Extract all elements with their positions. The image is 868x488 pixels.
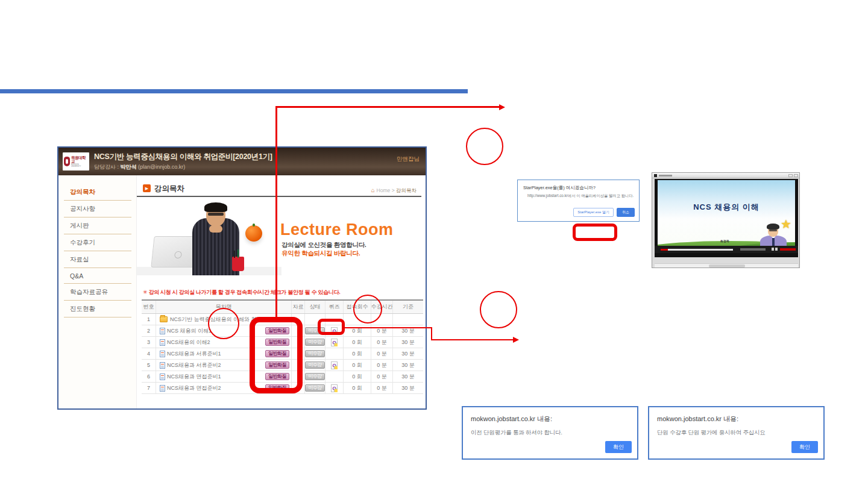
status-badge: 미수강	[305, 361, 325, 369]
sidebar-item[interactable]: 강의목차	[64, 184, 131, 201]
banner-title: Lecture Room	[280, 221, 394, 239]
table-cell	[292, 371, 305, 382]
sidebar-item[interactable]: 공지사항	[64, 201, 131, 217]
starplayer-cancel-button[interactable]: 취소	[617, 208, 635, 217]
alert-message: 이전 단원평가를 통과 하셔야 합니다.	[471, 429, 562, 437]
alert-origin: mokwon.jobstart.co.kr 내용:	[657, 414, 738, 424]
starplayer-dialog-title: StarPlayer.exe을(를) 여시겠습니까?	[523, 185, 596, 191]
orange-fruit-image	[245, 225, 262, 242]
sidebar-item[interactable]: 게시판	[64, 217, 131, 234]
starplayer-dialog-body: http://www.jobstart.co.kr에서 이 애플리케이션을 열려…	[527, 193, 634, 199]
lecture-notice: ✳ 강의 시청 시 강의실 나가기를 할 경우 접속회수/시간 체크가 불안정 …	[143, 289, 340, 296]
table-cell: 미수강	[305, 325, 326, 336]
table-cell: 0 분	[371, 360, 393, 371]
lms-header: 목원대학교 MOKWON UNIVERSITY NCS기반 능력중심채용의 이해…	[58, 148, 426, 175]
status-badge: 미수강	[305, 339, 325, 346]
starplayer-dialog: StarPlayer.exe을(를) 여시겠습니까? http://www.jo…	[517, 180, 640, 222]
player-buttons[interactable]	[772, 248, 774, 251]
alert-ok-button[interactable]: 확인	[605, 441, 632, 453]
quality-button[interactable]: 일반화질	[265, 350, 289, 358]
progress-fill	[661, 249, 668, 251]
course-title: NCS기반 능력중심채용의 이해와 취업준비[2020년1기]	[94, 152, 272, 162]
document-icon	[160, 374, 165, 380]
alert-ok-button[interactable]: 확인	[791, 441, 818, 453]
lms-main: ▶ 강의목차 ⌂ Home > 강의목차	[137, 175, 426, 408]
lecture-title-link[interactable]: NCS채용과 서류준비1	[167, 350, 221, 358]
page-title-row: ▶ 강의목차 ⌂ Home > 강의목차	[137, 181, 421, 197]
table-cell	[292, 325, 305, 336]
quality-button[interactable]: 일반화질	[265, 384, 289, 392]
close-icon[interactable]	[794, 174, 798, 177]
sidebar-item[interactable]: 수강후기	[64, 234, 131, 251]
minimize-icon[interactable]	[788, 174, 793, 177]
table-cell	[393, 314, 423, 325]
annotation-arrow2-head	[513, 337, 519, 343]
table-cell	[292, 360, 305, 371]
banner-welcome-line2: 유익한 학습되시길 바랍니다.	[281, 249, 360, 258]
quality-button[interactable]: 일반화질	[265, 327, 289, 335]
folder-title[interactable]: NCS기반 능력중심채용의 이해와 취업준비	[170, 316, 273, 324]
table-cell: 1	[142, 314, 156, 325]
lecture-title-link[interactable]: NCS채용과 면접준비2	[167, 384, 221, 392]
player-controls-bar	[655, 246, 798, 253]
quiz-icon[interactable]: Q	[331, 327, 338, 335]
breadcrumb-current: 강의목차	[396, 187, 417, 193]
progress-bar[interactable]	[661, 249, 733, 251]
lecture-room-banner: Lecture Room 강의실에 오신것을 환영합니다. 유익한 학습되시길 …	[137, 201, 421, 275]
status-badge: 미수강	[305, 350, 325, 358]
logged-in-user[interactable]: 민앤잡님	[397, 155, 420, 163]
quiz-icon[interactable]: Q	[331, 339, 338, 346]
table-cell: NCS채용의 이해2일반화질	[156, 337, 292, 348]
table-row: 번호목차명자료상태퀴즈접속회수수강시간기준	[142, 301, 423, 314]
quality-button[interactable]: 일반화질	[265, 339, 289, 346]
university-logo: 목원대학교 MOKWON UNIVERSITY	[63, 152, 89, 170]
banner-welcome-line1: 강의실에 오신것을 환영합니다.	[281, 241, 366, 249]
table-row: 4NCS채용과 서류준비1일반화질미수강0 회0 분30 분	[142, 348, 423, 360]
quiz-icon[interactable]: Q	[331, 384, 338, 392]
lecture-title-link[interactable]: NCS 채용의 이해1	[167, 327, 212, 335]
table-cell: 0 분	[371, 371, 393, 382]
table-cell: NCS채용과 면접준비2일반화질	[156, 383, 292, 393]
alert-dialog-right: mokwon.jobstart.co.kr 내용: 단원 수강후 단원 평가에 …	[648, 406, 825, 460]
table-cell: 0 회	[344, 383, 371, 393]
lms-window: 목원대학교 MOKWON UNIVERSITY NCS기반 능력중심채용의 이해…	[57, 146, 427, 410]
quality-button[interactable]: 일반화질	[265, 373, 289, 381]
status-badge: 미수강	[305, 373, 325, 381]
sidebar-item[interactable]: 자료실	[64, 251, 131, 268]
table-row: 5NCS채용과 서류준비2일반화질미수강Q0 회0 분30 분	[142, 360, 423, 371]
table-cell	[292, 348, 305, 359]
sidebar-item[interactable]: 학습자료공유	[64, 284, 131, 301]
table-cell	[292, 314, 305, 325]
lecture-title-link[interactable]: NCS채용과 서류준비2	[167, 361, 221, 369]
table-cell	[326, 348, 344, 359]
quiz-icon[interactable]: Q	[331, 361, 338, 369]
table-header-cell: 수강시간	[371, 301, 393, 313]
breadcrumb-home[interactable]: Home	[377, 187, 391, 193]
scrollbar-thumb[interactable]	[709, 264, 745, 267]
table-header-cell: 상태	[305, 301, 326, 313]
volume-bar[interactable]	[780, 248, 796, 251]
annotation-arrow1-head	[499, 104, 505, 110]
glasses-icon	[208, 213, 224, 216]
table-cell: 0 분	[371, 348, 393, 359]
lecture-title-link[interactable]: NCS채용과 면접준비1	[167, 373, 221, 381]
table-cell	[292, 383, 305, 393]
sidebar-item[interactable]: 진도현황	[64, 301, 131, 318]
window-controls[interactable]	[788, 174, 798, 177]
lecture-title-link[interactable]: NCS채용의 이해2	[167, 339, 210, 346]
table-header-cell: 자료	[292, 301, 305, 313]
instructor-info: 담당강사 : 박만석 (plan@innjob.co.kr)	[94, 163, 185, 171]
instructor-label: 담당강사 :	[94, 164, 121, 170]
video-player-titlebar[interactable]	[652, 173, 799, 178]
video-content[interactable]: NCS 채용의 이해 최정욱 ★	[658, 180, 795, 251]
table-header-cell: 목차명	[156, 301, 292, 313]
quality-button[interactable]: 일반화질	[265, 361, 289, 369]
status-badge: 미수강	[305, 327, 325, 335]
document-icon	[160, 328, 165, 334]
starplayer-open-button[interactable]: StarPlayer.exe 열기	[573, 208, 614, 217]
alert-message: 단원 수강후 단원 평가에 응시하여 주십시요	[657, 429, 766, 437]
sidebar-item[interactable]: Q&A	[64, 268, 131, 284]
table-row: 6NCS채용과 면접준비1일반화질미수강0 회0 분30 분	[142, 371, 423, 383]
table-cell: 7	[142, 383, 156, 393]
horizontal-scrollbar[interactable]	[655, 263, 798, 267]
